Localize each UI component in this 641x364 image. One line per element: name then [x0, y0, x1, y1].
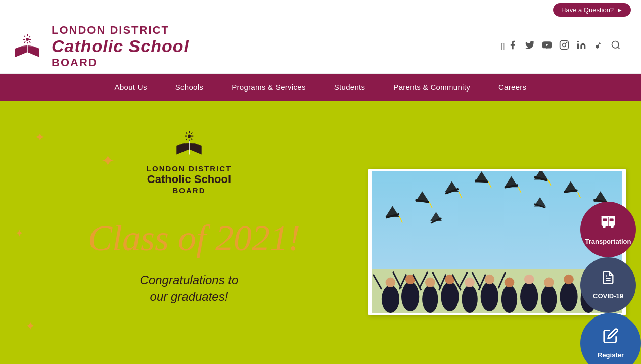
hero-logo-line1: LONDON DISTRICT [147, 164, 232, 173]
svg-point-40 [501, 285, 517, 313]
tiktok-icon[interactable] [593, 40, 604, 53]
svg-line-24 [191, 138, 192, 140]
svg-point-32 [422, 285, 438, 313]
svg-line-6 [29, 36, 30, 37]
hero-school-logo: LONDON DISTRICT Catholic School BOARD [147, 126, 232, 195]
transportation-button[interactable]: Transportation [580, 202, 636, 257]
svg-point-38 [481, 282, 498, 311]
nav-careers[interactable]: Careers [484, 74, 540, 101]
svg-line-15 [618, 47, 620, 49]
svg-point-96 [603, 225, 605, 228]
svg-point-37 [465, 277, 475, 287]
nav-about-us[interactable]: About Us [101, 74, 161, 101]
hero-section: ✦ ✦ ✦ ✦ ✦ ✦ LONDON DISTRICT Catho [0, 101, 641, 364]
logo-line3: BOARD [52, 56, 189, 69]
svg-point-43 [524, 274, 534, 284]
nav-parents[interactable]: Parents & Community [379, 74, 484, 101]
svg-point-44 [541, 285, 557, 313]
main-nav: About Us Schools Programs & Services Stu… [0, 74, 641, 101]
facebook-icon[interactable]:  [501, 40, 518, 53]
linkedin-icon[interactable] [576, 40, 586, 53]
register-button[interactable]: Register [580, 313, 641, 364]
svg-point-41 [505, 277, 515, 287]
side-buttons: Transportation COVID-19 Reg [580, 202, 641, 364]
congrats-line2: our graduates! [150, 290, 228, 303]
congratulations-text: Congratulations to our graduates! [140, 271, 239, 305]
logo-text: LONDON DISTRICT Catholic School BOARD [52, 24, 189, 69]
arrow-icon: ► [617, 7, 623, 14]
svg-rect-94 [603, 218, 607, 221]
register-label: Register [598, 351, 624, 359]
svg-line-21 [186, 132, 187, 134]
svg-point-28 [382, 285, 399, 313]
class-of-text: Class of 2021! [30, 220, 348, 256]
svg-point-39 [485, 274, 495, 284]
logo-line1: LONDON DISTRICT [52, 24, 189, 36]
hero-left: LONDON DISTRICT Catholic School BOARD Cl… [0, 101, 368, 364]
svg-line-23 [186, 138, 187, 140]
instagram-icon[interactable] [559, 40, 569, 53]
hero-logo-icon [171, 126, 207, 161]
svg-point-0 [26, 38, 29, 41]
register-icon [603, 328, 619, 347]
svg-point-33 [425, 277, 435, 287]
svg-point-16 [188, 134, 191, 138]
youtube-icon[interactable] [542, 40, 552, 53]
svg-point-47 [564, 274, 574, 284]
svg-point-42 [520, 282, 538, 311]
transportation-label: Transportation [585, 238, 631, 245]
svg-line-7 [24, 41, 25, 43]
svg-point-30 [401, 282, 419, 311]
site-logo[interactable]: LONDON DISTRICT Catholic School BOARD [10, 24, 189, 69]
congrats-line1: Congratulations to [140, 273, 239, 287]
search-icon[interactable] [611, 40, 621, 53]
covid-button[interactable]: COVID-19 [580, 257, 636, 313]
logo-icon [10, 29, 44, 64]
have-question-button[interactable]: Have a Question? ► [553, 3, 631, 17]
svg-point-45 [544, 277, 554, 287]
svg-rect-95 [610, 218, 614, 221]
have-question-label: Have a Question? [561, 6, 614, 14]
social-icons:  [501, 40, 621, 53]
svg-point-14 [612, 41, 619, 48]
svg-point-12 [566, 42, 567, 43]
svg-line-5 [24, 36, 25, 37]
bus-icon [600, 214, 616, 234]
covid-label: COVID-19 [593, 292, 623, 300]
document-icon [601, 270, 615, 288]
hero-logo-text: LONDON DISTRICT Catholic School BOARD [147, 164, 232, 195]
nav-programs[interactable]: Programs & Services [217, 74, 320, 101]
svg-point-46 [560, 282, 577, 311]
svg-point-34 [441, 282, 459, 311]
svg-point-13 [577, 41, 579, 42]
svg-point-97 [611, 225, 613, 228]
site-header: LONDON DISTRICT Catholic School BOARD  [0, 20, 641, 74]
logo-line2: Catholic School [52, 36, 189, 56]
hero-logo-line3: BOARD [147, 186, 232, 195]
twitter-icon[interactable] [525, 40, 535, 53]
svg-line-8 [29, 41, 30, 43]
svg-line-22 [191, 132, 192, 134]
svg-point-29 [386, 277, 396, 287]
hero-logo-line2: Catholic School [147, 173, 232, 186]
svg-rect-10 [560, 41, 569, 50]
top-bar: Have a Question? ► [0, 0, 641, 20]
svg-point-11 [563, 43, 566, 47]
svg-point-36 [462, 285, 477, 313]
nav-schools[interactable]: Schools [161, 74, 217, 101]
nav-students[interactable]: Students [320, 74, 380, 101]
